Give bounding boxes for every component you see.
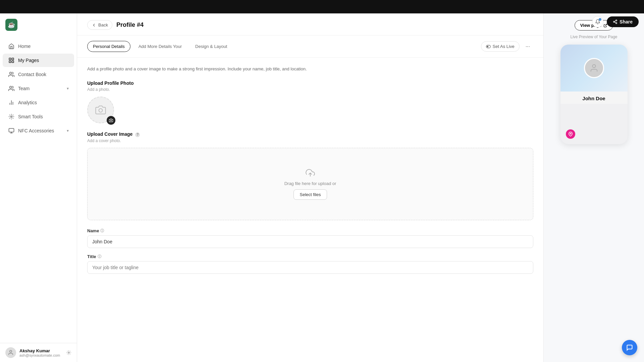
back-button[interactable]: Back: [87, 20, 112, 30]
cover-image-title-text: Upload Cover Image: [87, 131, 132, 137]
title-label: Title ⓘ: [87, 254, 533, 259]
cover-image-title: Upload Cover Image ?: [87, 131, 533, 137]
sidebar-item-label: Team: [18, 86, 30, 91]
svg-point-9: [10, 72, 12, 74]
notification-dot: [599, 18, 601, 21]
main-wrapper: ☕ Home: [0, 13, 644, 362]
tabs-container: Personal Details Add More Details Your D…: [77, 36, 543, 58]
tab-label: Personal Details: [93, 44, 125, 49]
notification-button[interactable]: [592, 16, 603, 27]
tab-personal-details[interactable]: Personal Details: [87, 41, 130, 52]
svg-point-19: [68, 352, 69, 353]
sidebar-item-label: NFC Accessories: [18, 128, 54, 133]
share-label: Share: [620, 19, 633, 24]
user-name: Akshay Kumar: [19, 348, 63, 353]
svg-point-10: [10, 86, 12, 88]
sidebar: ☕ Home: [0, 13, 77, 362]
svg-rect-8: [12, 61, 14, 63]
cover-image-subtitle: Add a cover photo.: [87, 138, 533, 143]
svg-rect-6: [12, 58, 14, 60]
nfc-icon: [8, 127, 15, 134]
form-description: Add a profile photo and a cover image to…: [87, 66, 533, 72]
svg-point-18: [10, 350, 12, 352]
toggle-icon: [486, 44, 491, 49]
tab-add-more-details[interactable]: Add More Details Your: [133, 41, 187, 52]
sidebar-item-contact-book[interactable]: Contact Book: [3, 68, 74, 81]
svg-point-14: [11, 116, 12, 118]
title-form-group: Title ⓘ: [87, 254, 533, 274]
share-button[interactable]: Share: [607, 16, 639, 27]
title-input[interactable]: [87, 261, 533, 274]
sidebar-item-analytics[interactable]: Analytics: [3, 96, 74, 109]
logo-emoji: ☕: [8, 21, 15, 28]
phone-user-name: John Doe: [560, 92, 628, 104]
more-options-button[interactable]: ···: [522, 42, 533, 52]
svg-rect-5: [9, 58, 11, 60]
camera-icon: [95, 105, 106, 115]
home-icon: [8, 43, 15, 50]
sidebar-item-label: Home: [18, 44, 31, 49]
sidebar-bottom: Akshay Kumar ash@synxautomate.com: [0, 343, 77, 362]
back-label: Back: [98, 22, 108, 27]
sidebar-item-my-pages[interactable]: My Pages: [3, 54, 74, 67]
drag-text: Drag file here for upload or: [284, 181, 336, 186]
page-header: Back Profile #4: [77, 13, 543, 36]
tab-label: Design & Layout: [195, 44, 227, 49]
sidebar-item-smart-tools[interactable]: Smart Tools: [3, 110, 74, 123]
team-chevron-icon: ▾: [67, 86, 69, 91]
name-label: Name ⓘ: [87, 228, 533, 233]
app-logo: ☕: [5, 19, 17, 31]
svg-line-4: [614, 21, 616, 21]
svg-line-3: [614, 22, 616, 23]
name-form-group: Name ⓘ: [87, 228, 533, 248]
name-input[interactable]: [87, 235, 533, 248]
phone-user-icon: [589, 63, 599, 73]
sidebar-item-label: Contact Book: [18, 72, 46, 77]
sidebar-item-nfc[interactable]: NFC Accessories ▾: [3, 124, 74, 137]
form-content: Add a profile photo and a cover image to…: [77, 58, 543, 288]
smart-tools-icon: [8, 113, 15, 120]
contact-icon: [8, 71, 15, 78]
user-email: ash@synxautomate.com: [19, 353, 63, 357]
analytics-icon: [8, 99, 15, 106]
svg-point-26: [592, 65, 595, 68]
sidebar-item-team[interactable]: Team ▾: [3, 82, 74, 95]
top-header: Share: [587, 13, 644, 30]
phone-cover-area: [560, 45, 628, 92]
pages-icon: [8, 57, 15, 64]
svg-point-21: [487, 46, 488, 47]
phone-preview: John Doe: [560, 45, 628, 144]
svg-point-23: [111, 120, 112, 121]
profile-photo-wrap: [87, 97, 114, 123]
cover-info-icon: ?: [135, 132, 140, 137]
profile-photo-title: Upload Profile Photo: [87, 80, 533, 86]
cover-upload-area[interactable]: Drag file here for upload or Select file…: [87, 148, 533, 220]
chat-icon: [626, 344, 633, 351]
live-preview-label: Live Preview of Your Page: [570, 35, 617, 39]
chat-button[interactable]: [622, 340, 637, 355]
sidebar-item-label: My Pages: [18, 58, 39, 63]
nfc-chevron-icon: ▾: [67, 128, 69, 133]
sidebar-item-home[interactable]: Home: [3, 40, 74, 53]
svg-rect-15: [9, 128, 14, 132]
top-bar: [0, 0, 644, 13]
settings-icon[interactable]: [66, 350, 71, 355]
tab-design-layout[interactable]: Design & Layout: [190, 41, 232, 52]
profile-photo-subtitle: Add a photo.: [87, 87, 533, 92]
profile-photo-edit-button[interactable]: [107, 116, 115, 125]
upload-cloud-icon: [306, 168, 315, 178]
content-area: Back Profile #4 Personal Details Add Mor…: [77, 13, 644, 362]
share-icon: [613, 19, 618, 24]
select-files-button[interactable]: Select files: [293, 189, 327, 200]
avatar: [5, 347, 16, 358]
svg-point-22: [99, 109, 103, 112]
sidebar-item-label: Analytics: [18, 100, 37, 105]
page-title: Profile #4: [116, 21, 144, 28]
set-as-live-button[interactable]: Set As Live: [481, 41, 520, 52]
camera-small-icon: [109, 118, 113, 122]
back-arrow-icon: [92, 23, 96, 27]
name-info-icon: ⓘ: [100, 228, 104, 233]
svg-point-27: [570, 133, 571, 134]
tab-label: Add More Details Your: [139, 44, 182, 49]
phone-avatar: [584, 58, 604, 78]
